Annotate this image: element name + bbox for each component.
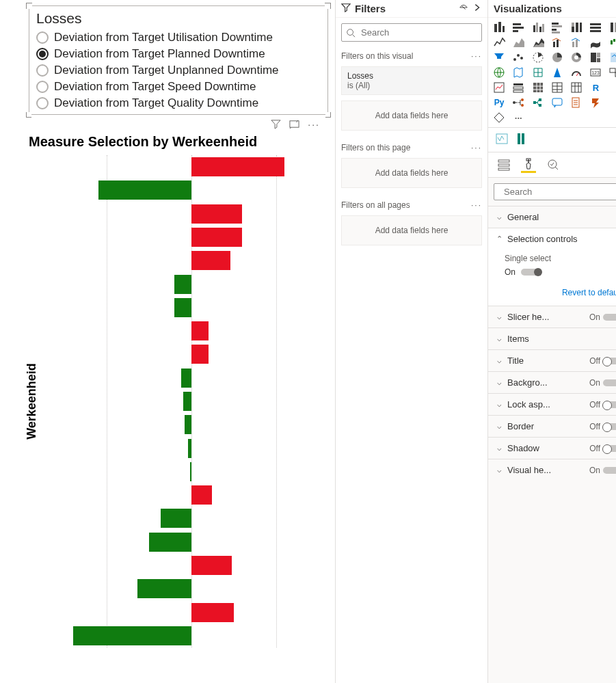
viz-icon-bar-100b[interactable] bbox=[608, 21, 616, 34]
viz-icon-bar-h100[interactable] bbox=[589, 21, 602, 34]
viz-icon-funnel[interactable] bbox=[492, 51, 506, 64]
bar[interactable] bbox=[191, 157, 284, 176]
prop-row[interactable]: ⌵ Items bbox=[488, 327, 616, 349]
section-more-icon[interactable]: ··· bbox=[471, 51, 482, 61]
viz-icon-paginated[interactable] bbox=[570, 96, 583, 109]
viz-icon-gauge[interactable] bbox=[570, 66, 583, 79]
viz-icon-combo[interactable] bbox=[550, 36, 564, 49]
bar[interactable] bbox=[185, 415, 191, 434]
bar[interactable] bbox=[191, 603, 234, 622]
bar[interactable] bbox=[149, 533, 191, 552]
slicer-option[interactable]: Deviation from Target Speed Downtime bbox=[36, 79, 325, 95]
collapse-pane-icon[interactable] bbox=[472, 3, 482, 14]
filters-search[interactable] bbox=[341, 23, 482, 42]
bar[interactable] bbox=[98, 180, 191, 200]
viz-icon-area[interactable] bbox=[511, 36, 525, 49]
format-search-input[interactable] bbox=[503, 186, 616, 198]
section-more-icon[interactable]: ··· bbox=[471, 200, 482, 210]
viz-icon-treemap[interactable] bbox=[589, 51, 602, 64]
viz-icon-card[interactable]: 123 bbox=[589, 66, 602, 79]
slicer-option[interactable]: Deviation from Target Quality Downtime bbox=[36, 95, 325, 111]
prop-row[interactable]: ⌵ Title Off bbox=[488, 349, 616, 371]
prop-row[interactable]: ⌵ Backgro... On bbox=[488, 371, 616, 393]
viz-icon-waterfall[interactable] bbox=[608, 36, 616, 49]
filter-icon[interactable] bbox=[271, 119, 281, 131]
format-tab[interactable] bbox=[521, 157, 536, 173]
slicer-visual[interactable]: Losses Deviation from Target Utilisation… bbox=[29, 5, 328, 115]
viz-icon-kpi[interactable] bbox=[492, 81, 506, 94]
prop-row[interactable]: ⌵ Shadow Off bbox=[488, 437, 616, 459]
prop-row[interactable]: ⌵ Border Off bbox=[488, 415, 616, 437]
viz-icon-paginated[interactable] bbox=[514, 132, 528, 148]
toggle[interactable] bbox=[603, 401, 616, 408]
viz-icon-bar-hclustered[interactable] bbox=[550, 21, 564, 34]
revert-to-default-link[interactable]: Revert to default bbox=[488, 284, 616, 306]
viz-icon-pie-dotted[interactable] bbox=[531, 51, 545, 64]
viz-icon-table-sel[interactable] bbox=[531, 81, 545, 94]
bar[interactable] bbox=[161, 509, 191, 528]
bar[interactable] bbox=[191, 556, 232, 575]
slicer-option[interactable]: Deviation from Target Utilisation Downti… bbox=[36, 29, 325, 46]
viz-icon-map-filled[interactable] bbox=[608, 51, 616, 64]
bar[interactable] bbox=[191, 321, 209, 340]
hide-pane-icon[interactable] bbox=[459, 3, 468, 14]
filters-search-input[interactable] bbox=[360, 27, 477, 38]
toggle[interactable] bbox=[603, 445, 616, 452]
analytics-tab[interactable] bbox=[546, 157, 561, 173]
viz-icon-azure-map[interactable] bbox=[550, 66, 564, 79]
bar[interactable] bbox=[137, 579, 191, 598]
viz-icon-bar-clustered[interactable] bbox=[531, 21, 545, 34]
bar-chart-visual[interactable]: Werkeenheid bbox=[29, 155, 334, 647]
drop-zone-page[interactable]: Add data fields here bbox=[341, 158, 482, 188]
viz-icon-scatter[interactable] bbox=[511, 51, 525, 64]
viz-icon-smart-narrative[interactable] bbox=[495, 132, 509, 148]
viz-icon-slicer[interactable] bbox=[511, 81, 525, 94]
bar[interactable] bbox=[191, 228, 242, 247]
drop-zone-visual[interactable]: Add data fields here bbox=[341, 101, 482, 131]
viz-icon-multi-card[interactable] bbox=[608, 66, 616, 79]
toggle[interactable] bbox=[603, 358, 616, 364]
viz-icon-line[interactable] bbox=[492, 36, 506, 49]
bar[interactable] bbox=[188, 439, 191, 458]
viz-icon-globe[interactable] bbox=[492, 66, 506, 79]
viz-icon-donut[interactable] bbox=[570, 51, 583, 64]
more-options-icon[interactable]: ··· bbox=[308, 119, 320, 131]
viz-icon-qa[interactable] bbox=[550, 96, 564, 109]
toggle[interactable] bbox=[603, 467, 616, 474]
prop-row[interactable]: ⌵ Visual he... On bbox=[488, 459, 616, 481]
focus-mode-icon[interactable] bbox=[289, 119, 299, 131]
bar[interactable] bbox=[174, 298, 191, 317]
viz-icon-bar-100[interactable] bbox=[570, 21, 583, 34]
bar[interactable] bbox=[73, 626, 191, 645]
fields-tab[interactable] bbox=[496, 157, 511, 173]
viz-icon-ellipsis[interactable]: ··· bbox=[511, 111, 525, 124]
bar[interactable] bbox=[191, 485, 212, 505]
viz-icon-r-visual[interactable]: R bbox=[589, 81, 602, 94]
prop-row[interactable]: ⌵ Slicer he... On bbox=[488, 306, 616, 327]
viz-icon-get-more[interactable] bbox=[492, 111, 506, 124]
viz-icon-matrix[interactable] bbox=[570, 81, 583, 94]
slicer-option[interactable]: Deviation from Target Unplanned Downtime bbox=[36, 62, 325, 79]
bar[interactable] bbox=[191, 251, 230, 270]
bar[interactable] bbox=[191, 204, 242, 224]
drop-zone-all[interactable]: Add data fields here bbox=[341, 215, 482, 245]
viz-icon-decomp[interactable] bbox=[531, 96, 545, 109]
single-select-toggle[interactable] bbox=[521, 269, 541, 276]
viz-icon-table[interactable] bbox=[550, 81, 564, 94]
viz-icon-automate[interactable] bbox=[589, 96, 602, 109]
toggle[interactable] bbox=[603, 314, 616, 321]
viz-icon-bar-stacked[interactable] bbox=[492, 21, 506, 34]
bar[interactable] bbox=[190, 462, 191, 481]
prop-general[interactable]: ⌵ General bbox=[488, 206, 616, 228]
prop-selection-controls[interactable]: ⌃ Selection controls bbox=[488, 228, 616, 250]
viz-icon-key-infl[interactable] bbox=[511, 96, 525, 109]
viz-icon-pie[interactable] bbox=[550, 51, 564, 64]
viz-icon-py-visual[interactable]: Py bbox=[492, 96, 506, 109]
filter-card-losses[interactable]: Losses is (All) bbox=[341, 66, 482, 95]
bar[interactable] bbox=[183, 392, 191, 411]
toggle[interactable] bbox=[603, 423, 616, 430]
slicer-option[interactable]: Deviation from Target Planned Downtime bbox=[36, 46, 325, 62]
viz-icon-shape-map[interactable] bbox=[531, 66, 545, 79]
bar[interactable] bbox=[191, 345, 209, 364]
toggle[interactable] bbox=[603, 379, 616, 386]
